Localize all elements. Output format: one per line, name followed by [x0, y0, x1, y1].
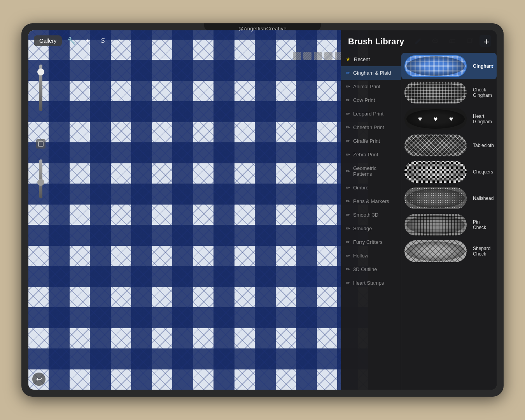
brush-library-panel: Brush Library + ★ Recent ✏ Gingham & Pla…	[341, 30, 497, 390]
category-geometric[interactable]: ✏ Geometric Patterns	[341, 161, 401, 181]
brush-pin-check-preview-container	[404, 213, 470, 236]
add-brush-button[interactable]: +	[484, 37, 490, 47]
brush-tablecloth-preview-container	[404, 134, 470, 157]
pen-icon-cheetah: ✏	[346, 124, 350, 130]
category-gingham-plaid[interactable]: ✏ Gingham & Plaid	[341, 66, 401, 80]
category-furry-critters[interactable]: ✏ Furry Critters	[341, 235, 401, 249]
brush-heart-gingham[interactable]: ♥ ♥ ♥ Heart Gingham	[401, 106, 497, 132]
category-smooth-3d[interactable]: ✏ Smooth 3D	[341, 208, 401, 222]
heart-symbol-2: ♥	[434, 115, 438, 123]
square-tool-btn[interactable]	[36, 139, 46, 149]
brush-check-gingham[interactable]: Check Gingham	[401, 79, 497, 106]
brush-gingham-preview	[404, 55, 467, 77]
category-giraffe-label: Giraffe Print	[353, 138, 380, 144]
brush-tablecloth-preview	[404, 135, 467, 156]
brush-shepard-oval	[406, 242, 465, 261]
brush-tablecloth-name: Tablecloth	[473, 143, 494, 148]
brush-gingham-preview-container	[404, 54, 470, 78]
brush-list: Gingham ✓ Check Gingham	[401, 51, 497, 390]
left-sliders	[32, 54, 49, 366]
category-leopard-print[interactable]: ✏ Leopard Print	[341, 107, 401, 121]
brush-shepard-preview	[404, 240, 467, 262]
category-zebra-print[interactable]: ✏ Zebra Print	[341, 148, 401, 161]
share-icon[interactable]: ↗	[112, 35, 124, 47]
pen-icon-zebra: ✏	[346, 152, 350, 158]
category-cheetah-print[interactable]: ✏ Cheetah Print	[341, 121, 401, 134]
category-smudge-label: Smudge	[353, 226, 372, 231]
brush-check-gingham-preview-container	[404, 81, 470, 104]
brush-shepard-preview-container	[404, 240, 470, 263]
brush-library-content: ★ Recent ✏ Gingham & Plaid ✏ Animal Prin…	[341, 51, 497, 390]
transform-icon[interactable]: ✦	[81, 35, 93, 47]
brush-heart-gingham-preview: ♥ ♥ ♥	[404, 108, 467, 130]
pen-icon-3dout: ✏	[346, 266, 350, 272]
brush-gingham-oval	[406, 56, 465, 76]
category-3d-label: Smooth 3D	[353, 212, 378, 218]
brush-chequers-preview-container	[404, 160, 470, 184]
brush-library-header: Brush Library +	[341, 30, 497, 51]
opacity-handle[interactable]	[37, 179, 44, 186]
hatch-swatch-1	[293, 52, 301, 60]
brush-chequers-name: Chequers	[473, 169, 493, 175]
brush-chequers-oval	[406, 162, 465, 182]
selected-checkmark: ✓	[490, 63, 495, 69]
brush-check-gingham-preview	[404, 82, 467, 103]
pen-icon-pens: ✏	[346, 198, 350, 204]
category-gingham-label: Gingham & Plaid	[353, 70, 391, 76]
category-ombre[interactable]: ✏ Ombré	[341, 181, 401, 194]
category-furry-label: Furry Critters	[353, 239, 383, 245]
category-animal-label: Animal Print	[353, 84, 380, 89]
category-cheetah-label: Cheetah Print	[353, 124, 384, 130]
brush-nailshead[interactable]: Nailshead	[401, 185, 497, 212]
brush-chequers[interactable]: Chequers	[401, 159, 497, 185]
adjust-icon[interactable]: S	[97, 35, 108, 47]
category-3dout-label: 3D Outline	[353, 266, 377, 272]
category-leopard-label: Leopard Print	[353, 111, 383, 117]
category-heart-stamps[interactable]: ✏ Heart Stamps	[341, 276, 401, 290]
category-cow-label: Cow Print	[353, 97, 375, 103]
category-recent[interactable]: ★ Recent	[341, 52, 401, 66]
category-geo-label: Geometric Patterns	[353, 165, 396, 177]
pen-icon-animal: ✏	[346, 84, 350, 89]
brush-size-slider[interactable]	[39, 65, 42, 111]
canvas-area[interactable]	[28, 30, 368, 390]
brush-heart-gingham-preview-container: ♥ ♥ ♥	[404, 107, 470, 131]
pen-icon-leopard: ✏	[346, 111, 350, 117]
brush-size-handle[interactable]	[37, 68, 44, 75]
opacity-slider[interactable]	[39, 159, 42, 198]
brush-heart-gingham-name: Heart Gingham	[473, 114, 493, 124]
category-zebra-label: Zebra Print	[353, 152, 378, 158]
category-3d-outline[interactable]: ✏ 3D Outline	[341, 262, 401, 276]
brush-nailshead-preview-container	[404, 187, 470, 210]
category-pens-markers[interactable]: ✏ Pens & Markers	[341, 194, 401, 208]
hatch-swatches-area	[293, 51, 343, 61]
undo-button[interactable]: ↩	[32, 373, 46, 386]
category-animal-print[interactable]: ✏ Animal Print	[341, 80, 401, 93]
category-hollow[interactable]: ✏ Hollow	[341, 249, 401, 262]
gallery-button[interactable]: Gallery	[34, 35, 62, 46]
brush-tablecloth[interactable]: Tablecloth	[401, 132, 497, 159]
brush-check-oval	[406, 83, 465, 102]
brush-check-gingham-name: Check Gingham	[473, 87, 493, 98]
brush-tablecloth-oval	[406, 136, 465, 155]
star-icon: ★	[346, 56, 351, 62]
category-cow-print[interactable]: ✏ Cow Print	[341, 93, 401, 107]
brush-gingham[interactable]: Gingham ✓	[401, 53, 497, 79]
pen-icon-hollow: ✏	[346, 253, 350, 259]
brush-pin-check[interactable]: Pin Check	[401, 212, 497, 238]
brush-nailshead-oval	[406, 189, 465, 208]
pen-icon-smudge: ✏	[346, 226, 350, 231]
category-giraffe-print[interactable]: ✏ Giraffe Print	[341, 134, 401, 148]
hatch-swatch-2	[303, 52, 312, 60]
brush-pin-check-preview	[404, 214, 467, 236]
brush-shepard[interactable]: Shepard Check	[401, 238, 497, 264]
pen-icon-ombre: ✏	[346, 185, 350, 191]
toolbar-left: Gallery 🔧 ✦ S ↗	[34, 35, 124, 47]
category-smudge[interactable]: ✏ Smudge	[341, 222, 401, 235]
brush-nailshead-preview	[404, 187, 467, 209]
device-frame: @AngelfishCreative Gallery 🔧 ✦ S ↗	[21, 23, 504, 397]
hatch-swatch-4	[324, 52, 332, 60]
heart-symbol-1: ♥	[418, 115, 422, 123]
pen-icon-heart: ✏	[346, 280, 350, 286]
wrench-icon[interactable]: 🔧	[66, 35, 77, 47]
